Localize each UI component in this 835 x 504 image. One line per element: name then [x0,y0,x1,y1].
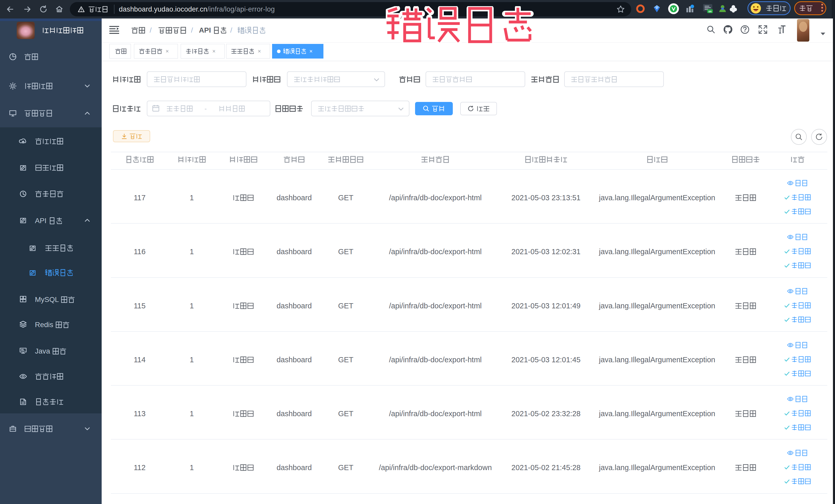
svg-text:on: on [709,10,712,13]
